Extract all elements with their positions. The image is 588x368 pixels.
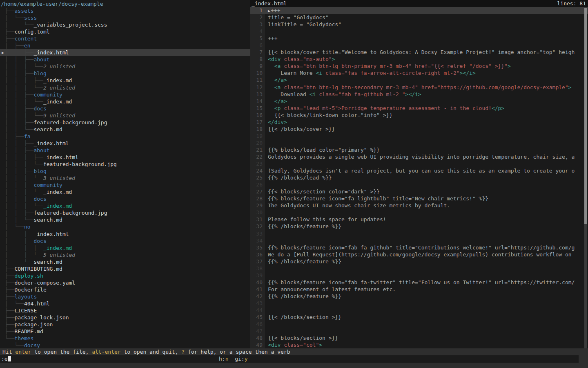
- tree-item-_index.html[interactable]: │ ├──_index.html: [0, 231, 250, 238]
- tree-item-label: community: [33, 182, 62, 188]
- text-cursor: [8, 356, 11, 361]
- tree-item-_variables_project.scss[interactable]: │ └──_variables_project.scss: [0, 21, 250, 28]
- preview-scrollbar[interactable]: [584, 7, 587, 348]
- code-line-6: 6: [250, 42, 588, 49]
- code-line-15: 15 <p class="lead mt-5">Porridge tempera…: [250, 105, 588, 112]
- text-segment: {{< /blocks/cover >}}: [268, 126, 335, 132]
- tree-item-9-unlisted[interactable]: │ │ │ └──9 unlisted: [0, 112, 250, 119]
- text-segment: >: [508, 63, 511, 69]
- tree-item-no[interactable]: │ └──no: [0, 223, 250, 230]
- tree-branch: │ │ ├──: [5, 105, 33, 112]
- tree-item-label: docs: [33, 196, 46, 202]
- tree-branch: ├──: [5, 36, 14, 42]
- tree-item-fa[interactable]: │ ├──fa: [0, 133, 250, 140]
- tree-item-_index.html[interactable]: │ │ │ ├──_index.html: [0, 154, 250, 161]
- tree-item-_index.md[interactable]: │ │ │ └──_index.md: [0, 98, 250, 105]
- tree-item-blog[interactable]: │ │ ├──blog: [0, 168, 250, 175]
- tree-item-search.md[interactable]: │ │ └──search.md: [0, 216, 250, 223]
- tree-item-_index.md[interactable]: │ │ ├──_index.md: [0, 245, 250, 251]
- tree-branch: ├──: [5, 307, 14, 314]
- text-segment: {{< blocks/link-down color="info" >}}: [268, 112, 392, 118]
- tree-item-label: en: [24, 43, 31, 49]
- tree-item-_index.md[interactable]: │ │ │ └──_index.md: [0, 202, 250, 209]
- tree-item-scss[interactable]: │ └──scss: [0, 14, 250, 21]
- tree-item-2-unlisted[interactable]: │ │ │ └──2 unlisted: [0, 84, 250, 91]
- tree-item-deploy.sh[interactable]: ├──deploy.sh: [0, 272, 250, 279]
- scrollbar-thumb[interactable]: [584, 8, 587, 224]
- scrollbar-track[interactable]: [584, 224, 587, 348]
- tree-item-_index.html[interactable]: ▶│ │ ├──_index.html: [0, 49, 250, 56]
- tree-item-community[interactable]: │ │ ├──community: [0, 182, 250, 188]
- tree-item-config.toml[interactable]: ├──config.toml: [0, 28, 250, 35]
- tree-item-label: package.json: [14, 321, 53, 328]
- tree-item-docsy[interactable]: └──docsy: [0, 342, 250, 348]
- tree-item-search.md[interactable]: │ │ └──search.md: [0, 126, 250, 133]
- tree-branch: ├──: [5, 314, 14, 321]
- tree-item-featured-background.jpg[interactable]: │ │ │ └──featured-background.jpg: [0, 161, 250, 168]
- tree-item-content[interactable]: ├──content: [0, 35, 250, 42]
- tree-item-featured-background.jpg[interactable]: │ │ ├──featured-background.jpg: [0, 209, 250, 216]
- code-line-22: 22Goldydocs provides a single web UI pro…: [250, 153, 588, 160]
- tree-item-LICENSE[interactable]: ├──LICENSE: [0, 307, 250, 314]
- tree-item-Dockerfile[interactable]: ├──Dockerfile: [0, 286, 250, 293]
- text-segment: [268, 63, 274, 69]
- mode-hints: h:n gi:y: [219, 355, 247, 363]
- tree-item-label: community: [33, 92, 62, 98]
- tree-item-README.md[interactable]: ├──README.md: [0, 328, 250, 335]
- line-number: 23: [250, 160, 265, 167]
- text-segment: >: [568, 84, 572, 90]
- tree-branch: │ │ │ └──: [5, 175, 43, 181]
- code-line-4: 4: [250, 28, 588, 35]
- tree-item-label: themes: [14, 335, 33, 341]
- tree-branch: │ ├──: [5, 231, 33, 237]
- tree-item-label: search.md: [33, 217, 62, 223]
- tree-item-docker-compose.yaml[interactable]: ├──docker-compose.yaml: [0, 279, 250, 286]
- line-text: The Goldydocs UI now shows chair size me…: [265, 202, 450, 209]
- code-line-40: 40{{% blocks/feature icon="fab fa-twitte…: [250, 279, 588, 286]
- line-text: {{< blocks/link-down color="info" >}}: [265, 112, 392, 119]
- tree-branch: │ │ ├──: [5, 210, 33, 216]
- line-number: 18: [250, 126, 265, 132]
- tree-item-5-unlisted[interactable]: │ │ └──5 unlisted: [0, 251, 250, 258]
- tree-item-404.html[interactable]: │ └──404.html: [0, 300, 250, 307]
- line-text: </div>: [265, 119, 287, 126]
- tree-item-3-unlisted[interactable]: │ │ │ └──3 unlisted: [0, 175, 250, 182]
- tree-item-layouts[interactable]: ├──layouts: [0, 293, 250, 300]
- code-line-13: 13 Download <i class="fab fa-github ml-2…: [250, 91, 588, 98]
- tree-item-_index.md[interactable]: │ │ │ └──_index.md: [0, 188, 250, 195]
- tree-item-package-lock.json[interactable]: ├──package-lock.json: [0, 314, 250, 321]
- tree-item-package.json[interactable]: ├──package.json: [0, 321, 250, 328]
- code-line-1: 1▶+++: [250, 7, 588, 14]
- tree-item-search.md[interactable]: │ └──search.md: [0, 258, 250, 265]
- tree-item-community[interactable]: │ │ ├──community: [0, 91, 250, 98]
- input-value[interactable]: :e: [1, 355, 11, 363]
- line-number: 39: [250, 272, 265, 279]
- tree-item-about[interactable]: │ │ ├──about: [0, 147, 250, 154]
- line-text: [265, 42, 268, 49]
- tree-item-themes[interactable]: └──themes: [0, 335, 250, 342]
- tree-item-CONTRIBUTING.md[interactable]: ├──CONTRIBUTING.md: [0, 265, 250, 272]
- tree-item-2-unlisted[interactable]: │ │ │ └──2 unlisted: [0, 63, 250, 70]
- tree-branch: │ │ ├──: [5, 70, 33, 76]
- code-line-37: 37{{% /blocks/feature %}}: [250, 258, 588, 265]
- tree-item-_index.html[interactable]: │ │ ├──_index.html: [0, 140, 250, 147]
- tree-item-assets[interactable]: ├──assets: [0, 7, 250, 14]
- tree-item-blog[interactable]: │ │ ├──blog: [0, 70, 250, 77]
- line-text: <div class="mx-auto">: [265, 56, 335, 63]
- code-line-21: 21{{% blocks/lead color="primary" %}}: [250, 146, 588, 153]
- tree-item-docs[interactable]: │ │ ├──docs: [0, 195, 250, 202]
- command-input[interactable]: :e h:n gi:y: [0, 355, 579, 363]
- line-text: [265, 307, 268, 314]
- text-segment: class="lead mt-5">Porridge temperature a…: [281, 105, 492, 111]
- tree-item-_index.md[interactable]: │ │ │ ├──_index.md: [0, 77, 250, 84]
- code-line-20: 20: [250, 139, 588, 146]
- line-number: 15: [250, 105, 265, 112]
- line-text: Goldydocs provides a single web UI provi…: [265, 153, 575, 160]
- tree-item-featured-background.jpg[interactable]: │ │ ├──featured-background.jpg: [0, 119, 250, 126]
- tree-item-about[interactable]: │ │ ├──about: [0, 56, 250, 63]
- tree-item-docs[interactable]: │ ├──docs: [0, 238, 250, 245]
- tree-item-docs[interactable]: │ │ ├──docs: [0, 105, 250, 112]
- line-number: 32: [250, 223, 265, 230]
- text-segment: </div>: [268, 119, 287, 125]
- tree-item-en[interactable]: │ ├──en: [0, 42, 250, 49]
